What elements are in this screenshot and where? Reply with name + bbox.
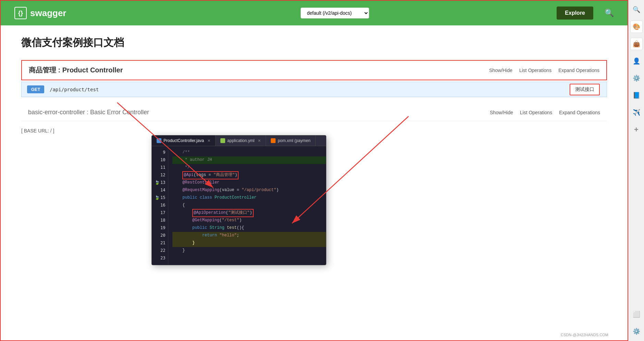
api-docs-selector-container: default (/v2/api-docs) xyxy=(301,8,369,19)
sidebar-icon-search[interactable]: 🔍 xyxy=(630,3,643,16)
close-tab-productcontroller[interactable]: ✕ xyxy=(207,139,210,143)
code-tab-productcontroller[interactable]: ProductController.java ✕ xyxy=(152,136,216,146)
main-content: 微信支付案例接口文档 商品管理 : Product Controller Sho… xyxy=(1,25,628,340)
list-operations-link-basic-error[interactable]: List Operations xyxy=(520,110,552,115)
sidebar-icon-plane[interactable]: ✈️ xyxy=(630,106,643,119)
brand-name: swagger xyxy=(30,8,66,19)
right-sidebar: 🔍 🎨 👜 👤 ⚙️ 📘 ✈️ + ⬜ ⚙️ xyxy=(628,0,644,341)
endpoint-path-product-test: /api/product/test xyxy=(50,87,99,92)
line-num-22: 22 xyxy=(152,247,168,255)
api-group-product-header[interactable]: 商品管理 : Product Controller Show/Hide List… xyxy=(21,60,607,80)
code-line-15: public class ProductController xyxy=(172,194,326,202)
sidebar-icon-book[interactable]: 📘 xyxy=(630,89,643,102)
show-hide-link-product[interactable]: Show/Hide xyxy=(489,68,512,73)
sidebar-icon-add[interactable]: + xyxy=(630,124,643,136)
api-docs-select[interactable]: default (/v2/api-docs) xyxy=(301,8,369,19)
code-tab-applicationyml-label: application.yml xyxy=(227,138,254,143)
code-line-17: @ApiOperation("测试接口") xyxy=(172,209,326,217)
api-group-product: 商品管理 : Product Controller Show/Hide List… xyxy=(21,60,607,97)
watermark-text: CSDN-@JH22HANDS.COM xyxy=(561,333,608,337)
sidebar-icon-user[interactable]: 👤 xyxy=(630,55,643,67)
page-title: 微信支付案例接口文档 xyxy=(21,36,607,50)
code-line-16: { xyxy=(172,202,326,209)
xml-file-icon xyxy=(271,138,276,143)
code-line-21: } xyxy=(172,239,326,247)
fold-icon-13: 🍃 xyxy=(155,179,160,186)
list-operations-link-product[interactable]: List Operations xyxy=(519,68,551,73)
code-line-18: @GetMapping("/test") xyxy=(172,217,326,224)
line-num-14: 14 xyxy=(152,187,168,194)
brand-container: {} swagger xyxy=(14,7,66,19)
api-group-basic-error-header[interactable]: basic-error-controller : Basic Error Con… xyxy=(21,104,607,121)
code-line-23 xyxy=(172,255,326,262)
line-num-13: 🍃 13 xyxy=(152,179,168,187)
navbar: {} swagger default (/v2/api-docs) Explor… xyxy=(1,1,628,25)
swagger-logo: {} xyxy=(14,7,27,19)
code-editor-overlay: ProductController.java ✕ application.yml… xyxy=(151,135,326,265)
sidebar-icon-bag[interactable]: 👜 xyxy=(630,38,643,50)
show-hide-link-basic-error[interactable]: Show/Hide xyxy=(490,110,513,115)
line-num-16: 16 xyxy=(152,202,168,209)
method-badge-get: GET xyxy=(27,85,44,93)
logo-symbol: {} xyxy=(18,10,23,17)
code-tab-applicationyml[interactable]: application.yml ✕ xyxy=(216,136,266,146)
line-num-10: 10 xyxy=(152,156,168,164)
code-line-20: return "hello"; xyxy=(172,232,326,239)
code-editor-body: 9 10 11 12 🍃 13 14 🍃 15 16 17 18 xyxy=(152,146,326,265)
code-line-11: */ xyxy=(172,164,326,172)
line-num-20: 20 xyxy=(152,232,168,239)
code-tab-pomxml-label: pom.xml (paymen xyxy=(278,138,310,143)
line-num-15: 🍃 15 xyxy=(152,194,168,202)
sidebar-icon-palette[interactable]: 🎨 xyxy=(630,21,643,33)
code-line-12: @Api(tags = "商品管理") xyxy=(172,172,326,179)
line-num-21: 21 xyxy=(152,239,168,247)
explore-button[interactable]: Explore xyxy=(557,7,593,20)
code-tab-pomxml[interactable]: pom.xml (paymen xyxy=(266,136,315,146)
line-num-18: 18 xyxy=(152,217,168,224)
line-num-12: 12 xyxy=(152,172,168,179)
code-content: /** * author JH */ @Api(tags = "商品管理") xyxy=(168,146,326,265)
code-line-14: @RequestMapping(value = "/api/product") xyxy=(172,187,326,194)
code-line-22: } xyxy=(172,247,326,255)
line-num-19: 19 xyxy=(152,224,168,232)
base-url: [ BASE URL: / ] xyxy=(21,128,607,133)
test-interface-button[interactable]: 测试接口 xyxy=(570,84,600,95)
line-num-17: 17 xyxy=(152,209,168,217)
sidebar-icon-gear[interactable]: ⚙️ xyxy=(630,325,643,338)
expand-operations-link-basic-error[interactable]: Expand Operations xyxy=(559,110,600,115)
java-file-icon xyxy=(157,138,161,143)
code-line-19: public String test(){ xyxy=(172,224,326,232)
api-group-product-actions: Show/Hide List Operations Expand Operati… xyxy=(489,68,599,73)
sidebar-icon-screenshot[interactable]: ⬜ xyxy=(630,308,643,320)
close-tab-applicationyml[interactable]: ✕ xyxy=(258,139,261,143)
line-num-9: 9 xyxy=(152,149,168,156)
endpoint-row-product-test: GET /api/product/test 测试接口 xyxy=(21,82,607,97)
sidebar-icon-settings[interactable]: ⚙️ xyxy=(630,72,643,84)
fold-icon-15: 🍃 xyxy=(155,195,160,201)
code-line-9: /** xyxy=(172,149,326,156)
line-num-11: 11 xyxy=(152,164,168,172)
api-group-basic-error: basic-error-controller : Basic Error Con… xyxy=(21,104,607,121)
yml-file-icon xyxy=(220,138,225,143)
code-line-10: * author JH xyxy=(172,156,326,164)
api-group-product-title: 商品管理 : Product Controller xyxy=(29,66,123,75)
code-line-numbers: 9 10 11 12 🍃 13 14 🍃 15 16 17 18 xyxy=(152,146,168,265)
code-tab-productcontroller-label: ProductController.java xyxy=(163,138,204,143)
search-icon[interactable]: 🔍 xyxy=(605,9,614,17)
api-group-basic-error-title: basic-error-controller : Basic Error Con… xyxy=(28,109,149,116)
code-line-13: @RestController xyxy=(172,179,326,187)
line-num-23: 23 xyxy=(152,255,168,262)
expand-operations-link-product[interactable]: Expand Operations xyxy=(558,68,599,73)
api-group-basic-error-actions: Show/Hide List Operations Expand Operati… xyxy=(490,110,600,115)
code-editor-tabs: ProductController.java ✕ application.yml… xyxy=(152,136,326,146)
